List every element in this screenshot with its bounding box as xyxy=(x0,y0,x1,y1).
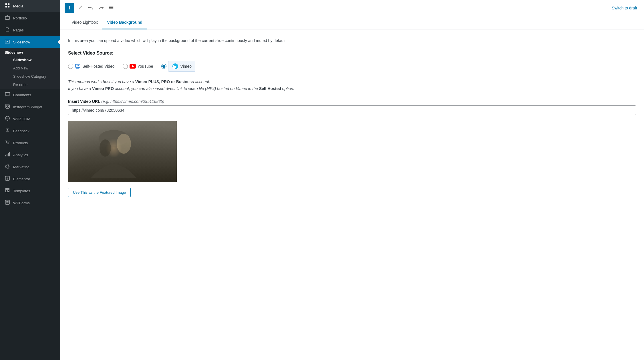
sidebar-item-wpzoom[interactable]: WPZ WPZOOM xyxy=(0,113,60,125)
svg-rect-3 xyxy=(8,6,9,7)
sidebar-label-products: Products xyxy=(13,141,28,145)
wpzoom-icon: WPZ xyxy=(5,116,10,122)
content-area: Video Lightbox Video Background In this … xyxy=(60,16,644,360)
tabs-bar: Video Lightbox Video Background xyxy=(60,16,644,29)
sidebar-item-pages[interactable]: Pages xyxy=(0,24,60,36)
wpforms-icon xyxy=(5,200,10,206)
sidebar: Media Portfolio Pages Slideshow Slidesho… xyxy=(0,0,60,360)
portfolio-icon xyxy=(5,15,10,21)
sidebar-label-slideshow: Slideshow xyxy=(13,40,30,44)
undo-button[interactable] xyxy=(86,4,95,12)
submenu-slideshow[interactable]: Slideshow xyxy=(0,56,60,64)
menu-button[interactable] xyxy=(107,4,116,12)
sidebar-label-media: Media xyxy=(13,4,23,8)
video-url-input[interactable] xyxy=(68,105,636,115)
sidebar-item-templates[interactable]: Templates xyxy=(0,185,60,197)
sidebar-label-analytics: Analytics xyxy=(13,153,28,157)
svg-rect-4 xyxy=(5,16,9,19)
sidebar-item-portfolio[interactable]: Portfolio xyxy=(0,12,60,24)
video-background-panel: In this area you can upload a video whic… xyxy=(60,29,644,205)
sidebar-label-instagram: Instagram Widget xyxy=(13,105,42,109)
radio-self-hosted[interactable] xyxy=(68,64,73,69)
thumbnail-svg xyxy=(68,121,177,182)
pages-icon xyxy=(5,27,10,33)
panel-description: In this area you can upload a video whic… xyxy=(68,37,636,44)
sidebar-item-elementor[interactable]: Elementor xyxy=(0,173,60,185)
svg-rect-16 xyxy=(9,152,10,156)
sidebar-label-pages: Pages xyxy=(13,28,24,32)
svg-rect-14 xyxy=(7,154,7,156)
radio-youtube[interactable] xyxy=(123,64,128,69)
toolbar: + Switch to draft xyxy=(60,0,644,16)
main-content: + Switch to draft Video Lightbox Video B… xyxy=(60,0,644,360)
submenu-re-order[interactable]: Re-order xyxy=(0,81,60,89)
sidebar-label-templates: Templates xyxy=(13,189,30,193)
submenu-add-new[interactable]: Add New xyxy=(0,64,60,72)
self-hosted-icon xyxy=(75,63,81,69)
svg-rect-1 xyxy=(8,3,9,5)
marketing-icon xyxy=(5,164,10,170)
svg-point-8 xyxy=(8,105,9,105)
products-icon xyxy=(5,140,10,146)
radio-option-vimeo[interactable]: Vimeo xyxy=(161,61,195,72)
svg-text:WPZ: WPZ xyxy=(5,117,10,120)
radio-option-youtube[interactable]: YouTube xyxy=(123,64,153,69)
vimeo-icon xyxy=(172,63,179,70)
tab-video-background[interactable]: Video Background xyxy=(102,16,147,29)
sidebar-label-wpzoom: WPZOOM xyxy=(13,117,30,121)
svg-point-7 xyxy=(6,105,8,107)
sidebar-label-feedback: Feedback xyxy=(13,129,29,133)
svg-rect-15 xyxy=(8,153,9,157)
tab-video-lightbox[interactable]: Video Lightbox xyxy=(67,16,102,29)
featured-image-button[interactable]: Use This as the Featured Image xyxy=(68,188,131,197)
url-field-label: Insert Video URL (e.g. https://vimeo.com… xyxy=(68,99,636,104)
svg-rect-32 xyxy=(68,121,177,182)
sidebar-item-analytics[interactable]: Analytics xyxy=(0,149,60,161)
add-block-button[interactable]: + xyxy=(65,3,74,13)
instagram-icon xyxy=(5,104,10,110)
svg-rect-19 xyxy=(109,6,113,6)
sidebar-label-wpforms: WPForms xyxy=(13,201,30,205)
vimeo-note: This method works best if you have a Vim… xyxy=(68,79,636,92)
svg-rect-6 xyxy=(5,104,9,108)
submenu-title: Slideshow xyxy=(0,48,60,56)
svg-point-12 xyxy=(8,143,9,144)
edit-button[interactable] xyxy=(76,4,85,12)
youtube-icon xyxy=(130,64,136,69)
comments-icon xyxy=(5,92,10,98)
analytics-icon xyxy=(5,152,10,158)
svg-rect-21 xyxy=(109,8,113,9)
svg-rect-2 xyxy=(5,6,7,7)
switch-to-draft-button[interactable]: Switch to draft xyxy=(609,5,639,11)
svg-rect-0 xyxy=(5,3,7,5)
sidebar-label-comments: Comments xyxy=(13,93,31,97)
templates-icon xyxy=(5,188,10,194)
slideshow-icon xyxy=(5,39,10,45)
source-section-title: Select Video Source: xyxy=(68,51,636,56)
sidebar-item-feedback[interactable]: Feedback xyxy=(0,125,60,137)
svg-point-11 xyxy=(7,143,8,144)
elementor-icon xyxy=(5,176,10,182)
submenu-slideshow-category[interactable]: Slideshow Category xyxy=(0,72,60,81)
video-source-group: Self-Hosted Video YouTube xyxy=(68,61,636,72)
sidebar-label-portfolio: Portfolio xyxy=(13,16,27,20)
sidebar-item-instagram[interactable]: Instagram Widget xyxy=(0,101,60,113)
slideshow-submenu: Slideshow Slideshow Add New Slideshow Ca… xyxy=(0,48,60,89)
sidebar-item-slideshow[interactable]: Slideshow xyxy=(0,36,60,48)
radio-option-self-hosted[interactable]: Self-Hosted Video xyxy=(68,63,115,69)
sidebar-label-elementor: Elementor xyxy=(13,177,30,181)
media-icon xyxy=(5,3,10,9)
video-thumbnail xyxy=(68,121,177,182)
svg-rect-13 xyxy=(5,155,6,156)
sidebar-item-wpforms[interactable]: WPForms xyxy=(0,197,60,209)
sidebar-item-comments[interactable]: Comments xyxy=(0,89,60,101)
redo-button[interactable] xyxy=(97,4,105,12)
sidebar-item-marketing[interactable]: Marketing xyxy=(0,161,60,173)
sidebar-item-products[interactable]: Products xyxy=(0,137,60,149)
svg-rect-20 xyxy=(109,7,113,8)
feedback-icon xyxy=(5,128,10,134)
radio-vimeo[interactable] xyxy=(161,64,166,69)
sidebar-item-media[interactable]: Media xyxy=(0,0,60,12)
sidebar-label-marketing: Marketing xyxy=(13,165,29,169)
